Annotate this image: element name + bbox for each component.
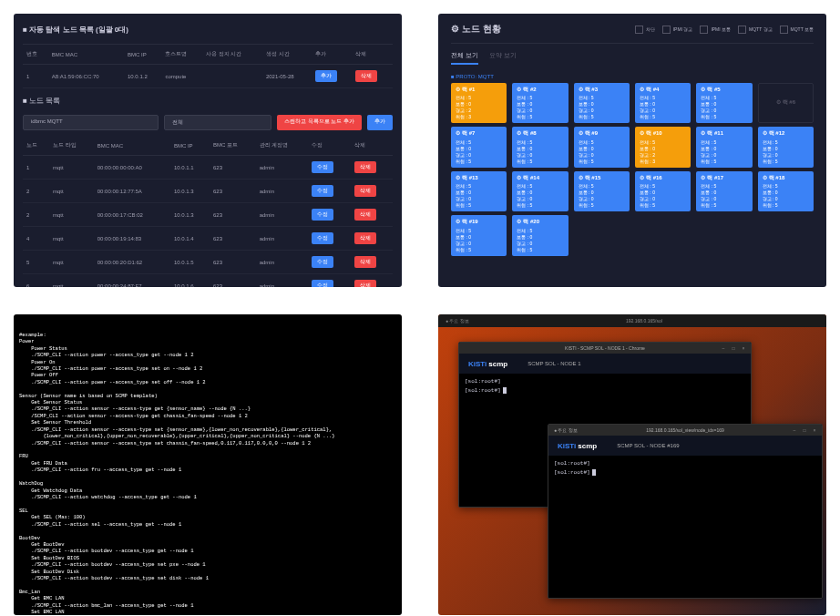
gear-icon: ⚙ xyxy=(517,130,521,136)
rack-stat: 전체 : 5 xyxy=(579,139,625,146)
cell-idx: 6 xyxy=(23,274,49,288)
rack-stat: 위험 : 5 xyxy=(579,114,625,120)
gear-icon: ⚙ xyxy=(517,219,521,224)
minimize-icon[interactable]: – xyxy=(720,344,727,352)
rack-card[interactable]: ⚙랙 #12전체 : 5보통 : 0경고 : 0위험 : 5 xyxy=(758,127,814,167)
brand-logo: KiSTi xyxy=(558,442,576,450)
edit-button[interactable]: 수정 xyxy=(312,161,333,173)
rack-stat: 전체 : 5 xyxy=(640,139,686,146)
filter-row: idbmc MQTT 전체 스캔하고 목록으로 노드 추가 추가 xyxy=(23,109,393,136)
minimize-icon[interactable]: – xyxy=(791,426,798,434)
rack-stat: 경고 : 0 xyxy=(517,241,563,247)
add-button[interactable]: 추가 xyxy=(315,70,337,82)
cli-terminal[interactable]: #example: Power Power Status ./SCMP_CLI … xyxy=(14,314,402,615)
gear-icon: ⚙ xyxy=(579,175,583,180)
rack-stat: 전체 : 5 xyxy=(579,95,625,101)
delete-button[interactable]: 삭제 xyxy=(355,70,377,82)
sol-terminal-body[interactable]: [sol:root#] [sol:root#] xyxy=(548,456,822,599)
rack-card[interactable]: ⚙랙 #20전체 : 5보통 : 0경고 : 0위험 : 5 xyxy=(512,215,568,255)
rack-stat: 위험 : 5 xyxy=(517,247,563,253)
gear-icon: ⚙ xyxy=(456,219,460,224)
topbar-tab[interactable]: ● 주요 정보 xyxy=(446,318,469,323)
rack-card[interactable]: ⚙랙 #6 xyxy=(758,83,814,123)
rack-card[interactable]: ⚙랙 #4전체 : 5보통 : 0경고 : 0위험 : 5 xyxy=(635,83,691,123)
legend-box-icon xyxy=(738,26,746,34)
rack-card[interactable]: ⚙랙 #11전체 : 5보통 : 0경고 : 0위험 : 5 xyxy=(696,127,752,167)
tab-summary[interactable]: 요약 보기 xyxy=(489,51,517,65)
rack-title: ⚙랙 #16 xyxy=(640,174,686,181)
close-icon[interactable]: × xyxy=(811,426,818,434)
rack-card[interactable]: ⚙랙 #5전체 : 5보통 : 0경고 : 0위험 : 5 xyxy=(696,83,752,123)
rack-card[interactable]: ⚙랙 #14전체 : 5보통 : 0경고 : 0위험 : 5 xyxy=(512,171,568,211)
rack-card[interactable]: ⚙랙 #19전체 : 5보통 : 0경고 : 0위험 : 5 xyxy=(451,215,507,255)
rack-card[interactable]: ⚙랙 #1전체 : 5보통 : 0경고 : 2위험 : 3 xyxy=(451,83,507,123)
close-icon[interactable]: × xyxy=(740,344,747,352)
rack-card[interactable]: ⚙랙 #16전체 : 5보통 : 0경고 : 0위험 : 5 xyxy=(635,171,691,211)
rack-stat: 보통 : 0 xyxy=(701,146,747,152)
legend-box-icon xyxy=(635,26,643,34)
filter-select[interactable]: 전체 xyxy=(164,115,271,130)
rack-card[interactable]: ⚙랙 #18전체 : 5보통 : 0경고 : 0위험 : 5 xyxy=(758,171,814,211)
rack-stat: 보통 : 0 xyxy=(763,146,809,152)
rack-card[interactable]: ⚙랙 #3전체 : 5보통 : 0경고 : 0위험 : 5 xyxy=(574,83,630,123)
delete-button[interactable]: 삭제 xyxy=(354,185,376,197)
rack-stat: 보통 : 0 xyxy=(579,146,625,152)
rack-stat: 보통 : 0 xyxy=(640,190,686,196)
window-titlebar[interactable]: KISTI - SCMP SOL - NODE 1 - Chrome – □ × xyxy=(459,343,751,354)
delete-button[interactable]: 삭제 xyxy=(354,161,376,173)
cell-ip: 10.0.1.5 xyxy=(170,251,210,274)
edit-button[interactable]: 수정 xyxy=(312,185,333,197)
delete-button[interactable]: 삭제 xyxy=(354,256,376,268)
rack-card[interactable]: ⚙랙 #9전체 : 5보통 : 0경고 : 0위험 : 5 xyxy=(574,127,630,167)
maximize-icon[interactable]: □ xyxy=(801,426,808,434)
gear-icon: ⚙ xyxy=(701,87,705,92)
add-node-button[interactable]: 추가 xyxy=(367,115,393,130)
cell-idx: 2 xyxy=(23,203,49,227)
edit-button[interactable]: 수정 xyxy=(312,280,333,287)
rack-stat: 경고 : 0 xyxy=(763,196,809,202)
sol-window-2[interactable]: ● 주요 정보 192.168.0.165/sol_view/node_idx=… xyxy=(548,424,823,599)
th: 호스트명 xyxy=(161,45,202,65)
edit-button[interactable]: 수정 xyxy=(312,232,333,244)
rack-stat: 위험 : 5 xyxy=(517,114,563,120)
cell-ip: 10.0.1.3 xyxy=(170,203,210,227)
desktop-topbar: ● 주요 정보 192.168.0.165/sol xyxy=(438,314,826,327)
delete-button[interactable]: 삭제 xyxy=(354,232,376,244)
maximize-icon[interactable]: □ xyxy=(730,344,737,352)
rack-stat: 경고 : 0 xyxy=(579,152,625,159)
rack-stat: 보통 : 0 xyxy=(640,146,686,152)
panel2-title: ⚙ 노드 현황 xyxy=(451,23,501,36)
rack-stat: 위험 : 5 xyxy=(763,159,809,165)
rack-card[interactable]: ⚙랙 #2전체 : 5보통 : 0경고 : 0위험 : 5 xyxy=(512,83,568,123)
rack-card[interactable]: ⚙랙 #15전체 : 5보통 : 0경고 : 0위험 : 5 xyxy=(574,171,630,211)
rack-card[interactable]: ⚙랙 #13전체 : 5보통 : 0경고 : 0위험 : 5 xyxy=(451,171,507,211)
legend-item: MQTT 보통 xyxy=(780,26,814,34)
edit-button[interactable]: 수정 xyxy=(312,256,333,268)
rack-card[interactable]: ⚙랙 #8전체 : 5보통 : 0경고 : 0위험 : 5 xyxy=(512,127,568,167)
rack-card[interactable]: ⚙랙 #7전체 : 5보통 : 0경고 : 0위험 : 5 xyxy=(451,127,507,167)
proto-select[interactable]: idbmc MQTT xyxy=(23,115,159,130)
window-titlebar[interactable]: ● 주요 정보 192.168.0.165/sol_view/node_idx=… xyxy=(548,425,822,436)
rack-card[interactable]: ⚙랙 #17전체 : 5보통 : 0경고 : 0위험 : 5 xyxy=(696,171,752,211)
cell-idx: 1 xyxy=(23,156,49,180)
rack-stat: 보통 : 0 xyxy=(701,101,747,108)
tab-all[interactable]: 전체 보기 xyxy=(451,51,478,65)
cell-mac: 00:00:00:19:14:83 xyxy=(94,227,170,251)
delete-button[interactable]: 삭제 xyxy=(354,209,376,221)
delete-button[interactable]: 삭제 xyxy=(354,280,376,287)
rack-stat: 전체 : 5 xyxy=(640,183,686,190)
topbar-tab: ● 주요 정보 xyxy=(554,427,578,433)
gear-icon: ⚙ xyxy=(763,130,767,136)
edit-button[interactable]: 수정 xyxy=(312,209,333,221)
rack-card[interactable]: ⚙랙 #10전체 : 5보통 : 0경고 : 2위험 : 3 xyxy=(635,127,691,167)
panel2-header: ⚙ 노드 현황 차단IPMI 경고IPMI 보통MQTT 경고MQTT 보통 xyxy=(451,23,814,44)
auto-discover-table: 번호BMC MACBMC IP호스트명사용 정지 시간생성 시간추가삭제 1 A… xyxy=(23,45,393,88)
cell-port: 623 xyxy=(210,251,256,274)
rack-stat: 경고 : 0 xyxy=(579,196,625,202)
cell-acct: admin xyxy=(256,227,309,251)
cell-port: 623 xyxy=(210,274,256,288)
rack-stat: 전체 : 5 xyxy=(701,139,747,146)
scan-button[interactable]: 스캔하고 목록으로 노드 추가 xyxy=(277,115,362,130)
rack-stat: 위험 : 5 xyxy=(517,202,563,209)
rack-stat: 위험 : 5 xyxy=(579,202,625,209)
